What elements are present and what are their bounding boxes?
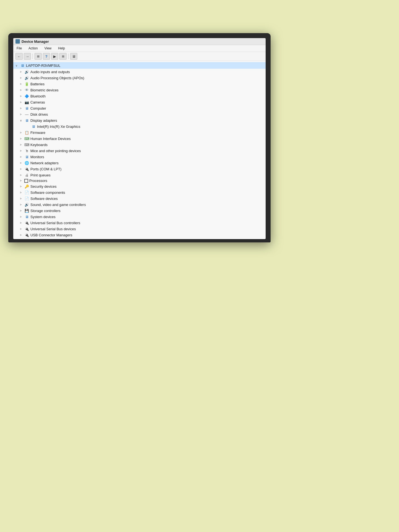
tree-item-processors[interactable]: > Processors [13, 178, 266, 183]
tree-root-node[interactable]: ∨ 🖥 LAPTOP-R3VMFSUL [13, 62, 266, 69]
label-display-adapters: Display adapters [30, 118, 57, 123]
tree-item-usb-connector[interactable]: > 🔌 USB Connector Managers [13, 232, 266, 238]
label-audio-inputs: Audio inputs and outputs [30, 70, 70, 74]
chevron-usb-controllers: > [20, 221, 23, 224]
tree-item-ports[interactable]: > 🔌 Ports (COM & LPT) [13, 166, 266, 172]
label-keyboards: Keyboards [30, 143, 47, 147]
tree-item-monitors[interactable]: > 🖥 Monitors [13, 154, 266, 160]
label-mice: Mice and other pointing devices [30, 149, 81, 153]
icon-mice: 🖱 [24, 148, 29, 153]
icon-cameras: 📷 [24, 100, 29, 105]
tree-item-software-components[interactable]: > 📄 Software components [13, 189, 266, 195]
tree-item-system-devices[interactable]: > 🖥 System devices [13, 214, 266, 220]
chevron-processors: > [20, 179, 23, 182]
menu-file[interactable]: File [15, 46, 23, 51]
menu-view[interactable]: View [43, 46, 53, 51]
label-usb-connector: USB Connector Managers [30, 233, 72, 237]
icon-monitors: 🖥 [24, 154, 29, 159]
icon-intel-graphics: 🖥 [31, 124, 36, 129]
label-cameras: Cameras [30, 100, 45, 104]
tree-item-mice[interactable]: > 🖱 Mice and other pointing devices [13, 148, 266, 154]
icon-system-devices: 🖥 [24, 214, 29, 219]
tree-item-usb-controllers[interactable]: > 🔌 Universal Serial Bus controllers [13, 220, 266, 226]
tree-item-hid[interactable]: > ⌨ Human Interface Devices [13, 136, 266, 142]
tree-item-keyboards[interactable]: > ⌨ Keyboards [13, 142, 266, 148]
chevron-cameras: > [20, 101, 23, 104]
label-ports: Ports (COM & LPT) [30, 167, 62, 171]
label-software-components: Software components [30, 190, 65, 195]
scan-button[interactable]: ⊞ [59, 53, 67, 60]
icon-audio-processing: 🔊 [24, 75, 29, 80]
icon-software-devices: 📄 [24, 196, 29, 201]
icon-ports: 🔌 [24, 166, 29, 171]
tree-item-biometric[interactable]: > 👁 Biometric devices [13, 87, 266, 93]
tree-item-network[interactable]: > 🌐 Network adapters [13, 160, 266, 166]
label-computer: Computer [30, 106, 46, 110]
icon-display-adapters: 🖥 [24, 118, 29, 123]
tree-item-usb-devices[interactable]: > 🔌 Universal Serial Bus devices [13, 226, 266, 232]
tree-item-cameras[interactable]: > 📷 Cameras [13, 99, 266, 105]
tree-item-storage[interactable]: > 💾 Storage controllers [13, 208, 266, 214]
tree-item-print-queues[interactable]: > 🖨 Print queues [13, 172, 266, 178]
label-biometric: Biometric devices [30, 88, 59, 92]
chevron-monitors: > [20, 155, 23, 158]
tree-item-software-devices[interactable]: > 📄 Software devices [13, 195, 266, 202]
tree-item-firmware[interactable]: > 📋 Firmware [13, 129, 266, 136]
chevron-system-devices: > [20, 215, 23, 218]
label-hid: Human Interface Devices [30, 137, 71, 141]
tree-item-intel-graphics[interactable]: 🖥 Intel(R) Iris(R) Xe Graphics [13, 123, 266, 129]
icon-usb-devices: 🔌 [24, 226, 29, 231]
label-sound-video: Sound, video and game controllers [30, 203, 86, 207]
tree-item-computer[interactable]: > 🖥 Computer [13, 105, 266, 111]
tree-item-bluetooth[interactable]: > 🔷 Bluetooth [13, 93, 266, 99]
label-processors: Processors [29, 179, 47, 183]
chevron-network: > [20, 162, 23, 165]
chevron-software-components: > [20, 191, 23, 194]
chevron-software-devices: > [20, 197, 23, 200]
chevron-computer: > [20, 107, 23, 110]
tree-item-security[interactable]: > 🔑 Security devices [13, 183, 266, 189]
icon-sound-video: 🔊 [24, 202, 29, 207]
back-button[interactable]: ← [15, 53, 23, 60]
icon-storage: 💾 [24, 208, 29, 213]
tree-item-sound-video[interactable]: > 🔊 Sound, video and game controllers [13, 202, 266, 208]
menu-bar: File Action View Help [13, 45, 266, 52]
run-button[interactable]: ▶ [51, 53, 58, 60]
icon-processors [24, 179, 28, 183]
tree-item-disk-drives[interactable]: > — Disk drives [13, 111, 266, 117]
chevron-audio-processing: > [20, 76, 23, 80]
label-firmware: Firmware [30, 131, 45, 135]
root-icon: 🖥 [20, 63, 25, 68]
tree-item-display-adapters[interactable]: ∨ 🖥 Display adapters [13, 117, 266, 123]
icon-network: 🌐 [24, 160, 29, 165]
manage-button[interactable]: 🖥 [70, 53, 77, 60]
label-usb-devices: Universal Serial Bus devices [30, 227, 76, 231]
menu-help[interactable]: Help [57, 46, 66, 51]
toolbar-separator-2 [68, 54, 68, 59]
forward-button[interactable]: → [24, 53, 31, 60]
label-print-queues: Print queues [30, 173, 51, 177]
chevron-storage: > [20, 209, 23, 212]
label-bluetooth: Bluetooth [30, 94, 46, 98]
icon-disk-drives: — [24, 112, 29, 117]
chevron-keyboards: > [20, 143, 23, 146]
label-usb-controllers: Universal Serial Bus controllers [30, 221, 80, 225]
chevron-disk-drives: > [20, 113, 23, 116]
root-label: LAPTOP-R3VMFSUL [26, 63, 60, 68]
chevron-display-adapters: ∨ [20, 119, 23, 122]
tree-item-audio-processing[interactable]: > 🔊 Audio Processing Objects (APOs) [13, 75, 266, 81]
chevron-batteries: > [20, 83, 23, 86]
help-button[interactable]: ? [43, 53, 50, 60]
tree-item-audio-inputs[interactable]: > 🔊 Audio inputs and outputs [13, 69, 266, 75]
icon-software-components: 📄 [24, 190, 29, 195]
icon-keyboards: ⌨ [24, 142, 29, 147]
window-title: Device Manager [22, 39, 49, 44]
toolbar: ← → ⊞ ? ▶ ⊞ 🖥 [13, 52, 266, 61]
properties-button[interactable]: ⊞ [35, 53, 42, 60]
label-intel-graphics: Intel(R) Iris(R) Xe Graphics [37, 125, 80, 129]
icon-computer: 🖥 [24, 106, 29, 111]
icon-audio-inputs: 🔊 [24, 69, 29, 74]
label-software-devices: Software devices [30, 197, 58, 201]
tree-item-batteries[interactable]: > 🔋 Batteries [13, 81, 266, 87]
menu-action[interactable]: Action [27, 46, 39, 51]
